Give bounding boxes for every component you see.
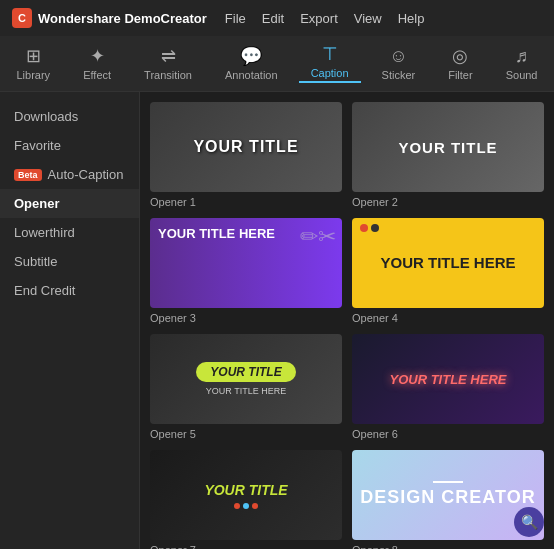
opener3-label: Opener 3 (150, 312, 342, 324)
sidebar-item-favorite[interactable]: Favorite (0, 131, 139, 160)
opener7-label: Opener 7 (150, 544, 342, 549)
filter-icon: ◎ (452, 47, 468, 65)
annotation-icon: 💬 (240, 47, 262, 65)
menu-file[interactable]: File (225, 11, 246, 26)
logo-icon: C (12, 8, 32, 28)
opener7-wrap: YOUR TITLE Opener 7 (150, 450, 342, 549)
opener6-label: Opener 6 (352, 428, 544, 440)
opener2-thumb[interactable]: YOUR TITLE (352, 102, 544, 192)
opener1-title: YOUR TITLE (193, 138, 298, 156)
menu-view[interactable]: View (354, 11, 382, 26)
opener8-title: DESIGN CREATOR (360, 487, 535, 509)
toolbar-transition-label: Transition (144, 69, 192, 81)
library-icon: ⊞ (26, 47, 41, 65)
opener8-label: Opener 8 (352, 544, 544, 549)
opener4-dots (360, 224, 379, 232)
sound-icon: ♬ (515, 47, 529, 65)
opener3-thumb[interactable]: YOUR TITLE HERE ✏✂ (150, 218, 342, 308)
toolbar-caption-label: Caption (311, 67, 349, 79)
transition-icon: ⇌ (161, 47, 176, 65)
toolbar-annotation-label: Annotation (225, 69, 278, 81)
opener1-thumb[interactable]: YOUR TITLE (150, 102, 342, 192)
dot-red (360, 224, 368, 232)
opener4-label: Opener 4 (352, 312, 544, 324)
opener2-label: Opener 2 (352, 196, 544, 208)
menu-export[interactable]: Export (300, 11, 338, 26)
toolbar-sound-label: Sound (506, 69, 538, 81)
caption-icon: ⊤ (322, 45, 338, 63)
menu-bar: C Wondershare DemoCreator File Edit Expo… (0, 0, 554, 36)
toolbar-caption[interactable]: ⊤ Caption (299, 45, 361, 83)
toolbar-effect[interactable]: ✦ Effect (71, 47, 123, 81)
opener7-dot1 (234, 503, 240, 509)
toolbar-transition[interactable]: ⇌ Transition (132, 47, 204, 81)
sticker-icon: ☺ (389, 47, 407, 65)
opener5-thumb[interactable]: YOUR TITLE YOUR TITLE HERE (150, 334, 342, 424)
sidebar-item-auto-caption[interactable]: Beta Auto-Caption (0, 160, 139, 189)
main-layout: Downloads Favorite Beta Auto-Caption Ope… (0, 92, 554, 549)
opener-grid: YOUR TITLE Opener 1 YOUR TITLE Opener 2 … (150, 102, 544, 549)
app-logo: C Wondershare DemoCreator (12, 8, 207, 28)
effect-icon: ✦ (90, 47, 105, 65)
toolbar-filter-label: Filter (448, 69, 472, 81)
opener3-wrap: YOUR TITLE HERE ✏✂ Opener 3 (150, 218, 342, 324)
content-area: YOUR TITLE Opener 1 YOUR TITLE Opener 2 … (140, 92, 554, 549)
opener4-thumb[interactable]: YOUR TITLE HERE (352, 218, 544, 308)
toolbar-sticker-label: Sticker (382, 69, 416, 81)
toolbar-sticker[interactable]: ☺ Sticker (370, 47, 428, 81)
toolbar-library-label: Library (17, 69, 51, 81)
opener5-label: Opener 5 (150, 428, 342, 440)
sidebar-item-lowerthird[interactable]: Lowerthird (0, 218, 139, 247)
opener8-wrap: DESIGN CREATOR Opener 8 (352, 450, 544, 549)
dot-dark (371, 224, 379, 232)
opener4-title: YOUR TITLE HERE (380, 255, 515, 272)
opener7-dot2 (243, 503, 249, 509)
opener1-label: Opener 1 (150, 196, 342, 208)
opener7-dot3 (252, 503, 258, 509)
sidebar-item-downloads[interactable]: Downloads (0, 102, 139, 131)
menu-edit[interactable]: Edit (262, 11, 284, 26)
app-title: Wondershare DemoCreator (38, 11, 207, 26)
sidebar-item-opener[interactable]: Opener (0, 189, 139, 218)
sidebar: Downloads Favorite Beta Auto-Caption Ope… (0, 92, 140, 549)
sidebar-item-subtitle[interactable]: Subtitle (0, 247, 139, 276)
beta-badge: Beta (14, 169, 42, 181)
toolbar-library[interactable]: ⊞ Library (5, 47, 63, 81)
search-fab-icon: 🔍 (521, 514, 538, 530)
search-fab-button[interactable]: 🔍 (514, 507, 544, 537)
opener8-line (433, 481, 463, 483)
opener3-title: YOUR TITLE HERE (158, 226, 275, 242)
opener5-title: YOUR TITLE (196, 362, 295, 382)
opener6-wrap: YOUR TITLE HERE Opener 6 (352, 334, 544, 440)
opener5-sub: YOUR TITLE HERE (206, 386, 286, 396)
opener3-doodles: ✏✂ (300, 224, 336, 250)
opener5-wrap: YOUR TITLE YOUR TITLE HERE Opener 5 (150, 334, 342, 440)
opener7-title: YOUR TITLE (204, 482, 287, 498)
opener2-title: YOUR TITLE (398, 139, 497, 156)
menu-help[interactable]: Help (398, 11, 425, 26)
toolbar-annotation[interactable]: 💬 Annotation (213, 47, 290, 81)
menu-items: File Edit Export View Help (225, 11, 425, 26)
toolbar-sound[interactable]: ♬ Sound (494, 47, 550, 81)
sidebar-item-end-credit[interactable]: End Credit (0, 276, 139, 305)
toolbar-effect-label: Effect (83, 69, 111, 81)
opener4-wrap: YOUR TITLE HERE Opener 4 (352, 218, 544, 324)
opener6-title: YOUR TITLE HERE (389, 372, 506, 387)
toolbar-filter[interactable]: ◎ Filter (436, 47, 484, 81)
opener7-thumb[interactable]: YOUR TITLE (150, 450, 342, 540)
opener1-wrap: YOUR TITLE Opener 1 (150, 102, 342, 208)
opener6-thumb[interactable]: YOUR TITLE HERE (352, 334, 544, 424)
opener2-wrap: YOUR TITLE Opener 2 (352, 102, 544, 208)
toolbar: ⊞ Library ✦ Effect ⇌ Transition 💬 Annota… (0, 36, 554, 92)
